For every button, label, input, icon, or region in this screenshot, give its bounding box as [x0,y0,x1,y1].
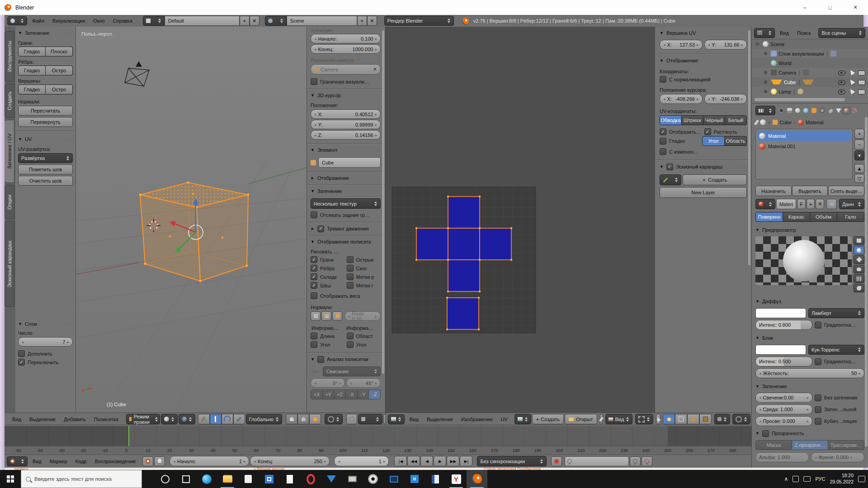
checkbox-грани[interactable]: ✓Грани [311,255,345,264]
option-+x[interactable]: +X [311,389,323,399]
renderability-camera-icon[interactable] [858,89,865,94]
vertex-select-icon[interactable] [286,414,297,424]
checkbox-box[interactable] [815,418,821,425]
uv-sticky-select[interactable] [714,414,730,424]
panel-grip-icon[interactable]: :::: [66,31,73,35]
modified-checkbox[interactable]: С изменен… [660,147,747,156]
fresnel-field[interactable]: ◂Френе: 0.000▸ [811,452,864,462]
outliner-row-слои-визуализации[interactable]: ⊕Слои визуализации| [752,49,868,58]
checkbox-дополнить[interactable]: Дополнить [18,349,73,358]
local-camera-field[interactable]: Camera✕ [311,64,381,75]
analysis-type-menu[interactable]: Свисание [323,366,381,376]
checkbox-област[interactable]: Област [347,332,381,340]
uv-cursor-y-field[interactable]: ◂Y:-246.038▸ [704,94,747,104]
option-трассировк[interactable]: Трассировк… [828,440,864,450]
menu-изображение[interactable]: Изображение [457,417,496,422]
panel-grip-icon[interactable]: :::: [66,322,73,326]
panel-grip-icon[interactable]: :::: [66,137,73,141]
uv-cursor-x-field[interactable]: ◂X:-408.266▸ [660,94,703,104]
arrow-left-icon[interactable]: ◂ [759,395,761,400]
option-+z[interactable]: +Z [334,389,346,399]
render-layers-tab[interactable] [786,107,793,114]
taskbar-app-yandex[interactable]: Y [446,470,467,488]
data-tab[interactable] [835,107,842,114]
tray-keyboard-icon[interactable] [803,476,811,482]
renderability-camera-icon[interactable] [858,80,865,85]
breadcrumb-material[interactable]: Material [806,120,823,125]
expand-icon[interactable]: ▼ [755,299,760,304]
delete-layout-button[interactable]: ✕ [250,16,259,26]
option-гладко[interactable]: Гладко [18,66,46,75]
option-штрихи[interactable]: Штрихи [682,115,703,125]
add-scene-button[interactable]: + [357,16,367,26]
editor-type-info-icon[interactable] [7,16,27,25]
uv-vertex-x-field[interactable]: ◂X:127.53▸ [660,40,703,50]
scene-name[interactable]: Scene [287,16,357,26]
option-плоско[interactable]: Плоско [46,47,73,56]
option-x[interactable]: -X [346,389,358,399]
keying-set-field[interactable] [565,456,629,466]
motion-tracking-checkbox[interactable]: ✓ [317,225,324,232]
checkbox-растянуть[interactable]: ✓Растянуть [704,127,747,136]
modifiers-tab[interactable] [826,107,834,114]
tray-language[interactable]: РУС [815,476,825,482]
outliner-filter-select[interactable]: Все сцены [818,28,865,38]
prev-keyframe-button[interactable]: ◀◀ [407,456,420,466]
world-tab[interactable] [802,107,810,114]
menu-вид[interactable]: Вид [28,459,46,464]
manipulator-rotate-icon[interactable] [222,414,233,424]
image-open-button[interactable]: Открыт [565,414,597,424]
expand-icon[interactable]: ▼ [755,228,760,232]
menu-файл[interactable]: Файл [28,18,48,23]
expand-icon[interactable]: ▼ [18,31,22,35]
start-button[interactable] [0,470,21,488]
snap-element-select[interactable] [358,414,382,424]
cursor-x-field[interactable]: ◂X:0.40512▸ [311,109,381,119]
checkbox-угол[interactable]: Угол [347,340,381,349]
option-белый[interactable]: Белый [725,115,747,125]
button-снять-выде[interactable]: Снять выде… [828,186,864,196]
frame-start-field[interactable]: ◂Начало:1▸ [170,456,249,466]
link-data-select[interactable]: Данн [839,199,864,209]
sidebar-tab-создать[interactable]: Создать [5,84,14,118]
field-среда-1-000[interactable]: ◂Среда: 1.000▸ [755,404,812,414]
material-slot-material-001[interactable]: Material.001 [757,141,851,151]
checkbox-box[interactable]: ✓ [311,282,317,289]
option-обводка[interactable]: Обводка [660,115,682,125]
taskbar-app-photos[interactable] [383,470,404,488]
normalized-checkbox[interactable]: С нормализацией [660,75,747,84]
checkbox-box[interactable]: ✓ [311,265,317,272]
option-чёрный[interactable]: Чёрный [703,115,725,125]
render-engine-select[interactable]: Рендер Blender [384,16,454,26]
face-normals-icon[interactable] [332,311,342,321]
slot-specials-menu[interactable]: ▾ [854,150,864,160]
option-остро[interactable]: Остро [46,66,73,75]
clip-end-field[interactable]: ◂Конец:1000.000▸ [311,44,381,54]
loose-edge-normals-icon[interactable] [321,311,331,321]
screen-layout-icon[interactable] [143,16,165,26]
option-гладко[interactable]: Гладко [18,47,46,56]
arrow-right-icon[interactable]: ▸ [807,407,809,412]
mesh-analysis-checkbox[interactable] [317,356,324,363]
panel-grip-icon[interactable]: :::: [374,189,381,193]
menu-справка[interactable]: Справка [109,18,137,23]
clip-start-field[interactable]: ◂Начало:0.100▸ [311,34,381,43]
taskbar-app-share[interactable] [404,470,425,488]
taskbar-app-file-explorer[interactable] [217,470,238,488]
collapse-icon[interactable]: ► [311,176,315,180]
button-очистить-шов[interactable]: Очистить шов [18,176,73,186]
expander-icon[interactable]: ⊕ [764,89,769,94]
editor-type-timeline-icon[interactable] [7,456,28,466]
menu-вид[interactable]: Вид [776,30,793,36]
renderability-camera-icon[interactable] [858,70,865,75]
taskbar-app-play-triangle[interactable] [321,470,342,488]
expand-icon[interactable]: ▼ [311,239,315,244]
constraints-tab[interactable] [818,107,826,114]
scrollbar[interactable] [382,30,384,374]
next-keyframe-button[interactable]: ▶▶ [447,456,459,466]
diffuse-color-swatch[interactable] [755,308,806,318]
uv-face-select-icon[interactable] [687,414,699,424]
specular-intensity-slider[interactable]: Интенс: 0.500 [755,357,812,366]
menu-вид[interactable]: Вид [406,417,423,422]
visibility-eye-icon[interactable] [838,80,845,85]
